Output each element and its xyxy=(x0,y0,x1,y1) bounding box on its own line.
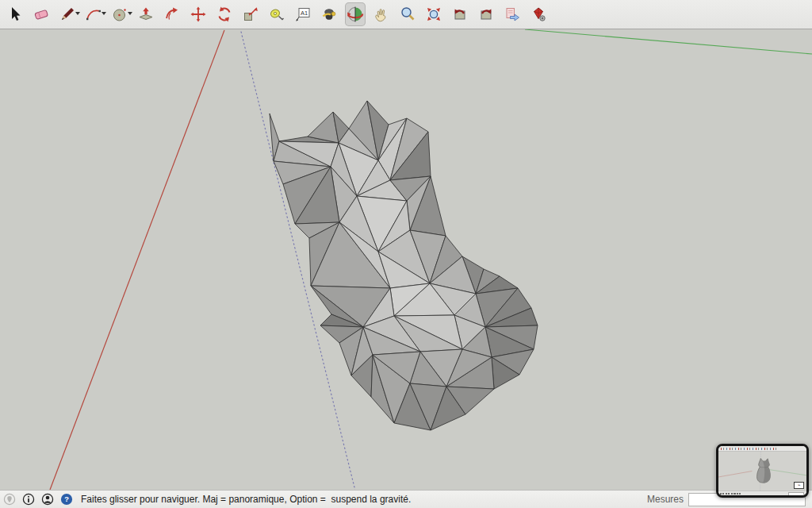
paint-bucket-tool[interactable] xyxy=(319,2,339,26)
pan-tool[interactable] xyxy=(371,2,392,26)
push-pull-tool[interactable] xyxy=(136,2,156,26)
previous-view-tool[interactable] xyxy=(450,2,470,26)
rotate-tool[interactable] xyxy=(214,2,235,26)
eraser-tool[interactable] xyxy=(31,2,52,26)
circle-tool[interactable] xyxy=(109,2,130,26)
pip-toolbar-thumbnail xyxy=(718,446,806,452)
export-tool[interactable] xyxy=(502,2,523,26)
pip-viewport-thumbnail: ⌁ xyxy=(718,452,806,491)
line-tool[interactable] xyxy=(57,2,78,26)
zoom-tool[interactable] xyxy=(397,2,418,26)
help-icon[interactable]: ? xyxy=(60,493,73,506)
toolbar: A1 xyxy=(0,0,812,29)
viewport-3d[interactable] xyxy=(0,0,812,508)
svg-text:?: ? xyxy=(64,495,69,503)
green-axis xyxy=(525,29,812,54)
move-tool[interactable] xyxy=(188,2,209,26)
circle-tool-dropdown-caret[interactable] xyxy=(128,12,132,15)
tape-measure-tool[interactable] xyxy=(266,2,287,26)
cat-model[interactable] xyxy=(270,101,538,430)
account-icon[interactable] xyxy=(41,493,54,506)
pip-minibox: ⌁ xyxy=(794,482,804,489)
measurements-label: Mesures xyxy=(623,494,684,505)
scale-tool[interactable] xyxy=(240,2,261,26)
arc-tool[interactable] xyxy=(83,2,104,26)
geolocation-icon[interactable] xyxy=(3,493,16,506)
status-bar: ? Faites glisser pour naviguer. Maj = pa… xyxy=(0,490,812,508)
select-tool[interactable] xyxy=(5,2,25,26)
orbit-tool[interactable] xyxy=(345,2,366,26)
extension-tool[interactable] xyxy=(528,2,549,26)
pip-window[interactable]: ⌁ xyxy=(716,444,809,498)
svg-text:A1: A1 xyxy=(301,10,308,17)
pip-model-thumbnail xyxy=(751,455,775,487)
credits-icon[interactable] xyxy=(22,493,35,506)
next-view-tool[interactable] xyxy=(476,2,496,26)
zoom-extents-tool[interactable] xyxy=(423,2,444,26)
dimension-text-tool[interactable]: A1 xyxy=(293,2,313,26)
red-axis xyxy=(50,30,224,490)
line-tool-dropdown-caret[interactable] xyxy=(75,12,80,15)
status-message: Faites glisser pour naviguer. Maj = pano… xyxy=(81,494,411,505)
follow-me-tool[interactable] xyxy=(162,2,182,26)
pip-statusbar-thumbnail xyxy=(718,491,806,495)
arc-tool-dropdown-caret[interactable] xyxy=(102,12,106,15)
